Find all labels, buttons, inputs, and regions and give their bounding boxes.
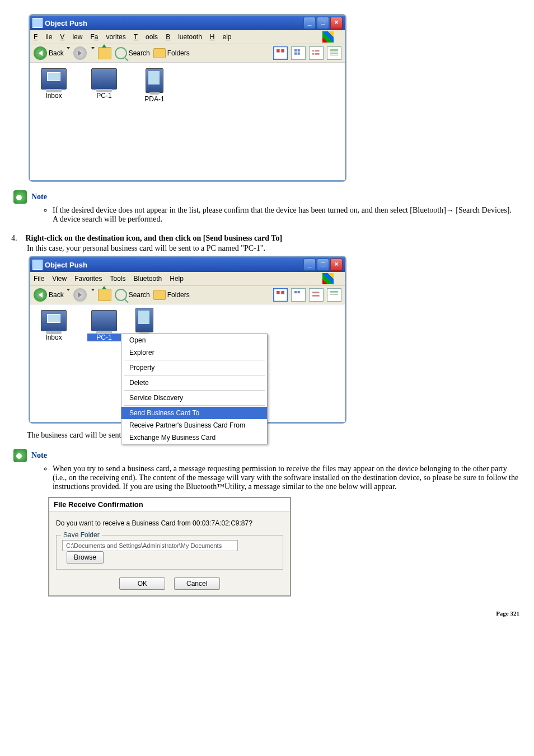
windows-flag-icon (322, 31, 334, 43)
page-number: Page 321 (8, 610, 523, 617)
menu-view[interactable]: View (60, 33, 82, 41)
svg-rect-7 (315, 50, 319, 51)
svg-rect-16 (294, 291, 297, 293)
svg-rect-20 (330, 291, 338, 293)
minimize-button[interactable]: _ (303, 259, 316, 271)
menu-view[interactable]: View (52, 275, 67, 283)
svg-rect-3 (298, 49, 300, 51)
save-folder-group: Save Folder C:\Documents and Settings\Ad… (56, 535, 283, 570)
item-inbox[interactable]: Inbox (37, 68, 71, 175)
item-label: PC-1 (87, 334, 121, 341)
view-list[interactable] (309, 46, 324, 60)
note-body-2: When you try to send a business card, a … (30, 464, 523, 491)
dialog-message: Do you want to receive a Business Card f… (56, 519, 283, 527)
close-button[interactable]: × (330, 259, 343, 271)
titlebar: Object Push _ □ × (30, 16, 345, 30)
cancel-button[interactable]: Cancel (174, 577, 220, 590)
note-title: Note (31, 451, 47, 460)
view-details[interactable] (327, 288, 341, 302)
note-item: If the desired device does not appear in… (53, 206, 523, 224)
ok-button[interactable]: OK (119, 577, 165, 590)
menu-help[interactable]: Help (210, 33, 232, 41)
svg-rect-1 (281, 49, 284, 53)
view-large-icons[interactable] (273, 288, 288, 302)
file-pane[interactable]: Inbox PC-1 PDA-1 (30, 63, 345, 180)
forward-button[interactable] (73, 288, 87, 302)
ctx-send-business-card[interactable]: Send Business Card To (121, 407, 267, 419)
maximize-button[interactable]: □ (317, 17, 329, 29)
bluetooth-app-icon (32, 18, 43, 28)
item-pda1[interactable]: PDA-1 (138, 68, 171, 175)
view-large-icons[interactable] (273, 46, 288, 60)
object-push-window-2: Object Push _ □ × File View Favorites To… (29, 256, 346, 423)
note-icon (13, 190, 27, 204)
pda-icon (135, 308, 153, 332)
menu-bluetooth[interactable]: Bluetooth (166, 33, 202, 41)
browse-button[interactable]: Browse (67, 551, 104, 564)
menu-favorites[interactable]: Favorites (74, 275, 102, 283)
minimize-button[interactable]: _ (303, 17, 316, 29)
menu-help[interactable]: Help (170, 275, 184, 283)
file-receive-dialog: File Receive Confirmation Do you want to… (48, 497, 291, 597)
ctx-property[interactable]: Property (121, 361, 267, 374)
up-button[interactable] (98, 289, 111, 301)
forward-dropdown[interactable] (90, 49, 95, 57)
note-text: A device search will be performed. (53, 215, 162, 223)
menu-tools[interactable]: Tools (134, 33, 158, 41)
ctx-open[interactable]: Open (121, 334, 267, 346)
bluetooth-app-icon (32, 260, 43, 270)
save-path-field[interactable]: C:\Documents and Settings\Administrator\… (62, 540, 238, 551)
menu-favorites[interactable]: Favorites (90, 33, 125, 41)
up-button[interactable] (98, 47, 111, 59)
view-small-icons[interactable] (291, 46, 306, 60)
maximize-button[interactable]: □ (317, 259, 329, 271)
titlebar: Object Push _ □ × (30, 257, 345, 272)
folders-button[interactable]: Folders (153, 48, 190, 58)
menu-file[interactable]: File (34, 33, 52, 41)
inbox-icon (41, 310, 67, 331)
item-inbox[interactable]: Inbox (37, 310, 71, 416)
toolbar: Back Search Folders (30, 286, 345, 304)
view-details[interactable] (327, 46, 341, 60)
menu-file[interactable]: File (34, 275, 44, 283)
ctx-explorer[interactable]: Explorer (121, 346, 267, 359)
svg-rect-17 (298, 291, 300, 293)
folders-button[interactable]: Folders (153, 290, 190, 300)
menu-tools[interactable]: Tools (110, 275, 126, 283)
object-push-window-1: Object Push _ □ × File View Favorites To… (29, 15, 346, 181)
view-small-icons[interactable] (291, 288, 306, 302)
view-list[interactable] (309, 288, 324, 302)
windows-flag-icon (322, 273, 334, 284)
svg-rect-0 (277, 49, 280, 53)
menubar: File View Favorites Tools Bluetooth Help (30, 272, 345, 286)
menu-bluetooth[interactable]: Bluetooth (134, 275, 162, 283)
item-label: Inbox (37, 92, 71, 100)
back-button[interactable]: Back (34, 46, 70, 60)
close-button[interactable]: × (330, 17, 343, 29)
ctx-receive-business-card[interactable]: Receive Partner's Business Card From (121, 419, 267, 431)
step-title: Right-click on the destination icon, and… (26, 234, 283, 242)
note-item: When you try to send a business card, a … (53, 464, 523, 491)
step-4: 4. Right-click on the destination icon, … (11, 234, 523, 243)
ctx-delete[interactable]: Delete (121, 377, 267, 389)
forward-button[interactable] (73, 46, 87, 60)
svg-rect-18 (312, 292, 320, 293)
inbox-icon (41, 68, 67, 90)
svg-rect-9 (315, 53, 319, 55)
back-button[interactable]: Back (34, 288, 70, 302)
file-pane[interactable]: Inbox PC-1 PDA-1 Open Explorer Property … (30, 304, 345, 422)
ctx-service-discovery[interactable]: Service Discovery (121, 392, 267, 404)
search-button[interactable]: Search (115, 289, 150, 301)
menubar: File View Favorites Tools Bluetooth Help (30, 30, 345, 44)
item-label: PDA-1 (138, 95, 171, 103)
window-title: Object Push (45, 261, 303, 269)
forward-dropdown[interactable] (90, 291, 95, 299)
ctx-exchange-business-card[interactable]: Exchange My Business Card (121, 431, 267, 444)
note-heading-2: Note (13, 449, 523, 462)
item-pc1[interactable]: PC-1 (87, 68, 121, 175)
step-number: 4. (11, 234, 24, 243)
search-button[interactable]: Search (115, 47, 150, 59)
item-pc1[interactable]: PC-1 (87, 310, 121, 416)
step-body: In this case, your personal business car… (27, 244, 523, 253)
note-text: If the desired device does not appear in… (53, 206, 512, 214)
